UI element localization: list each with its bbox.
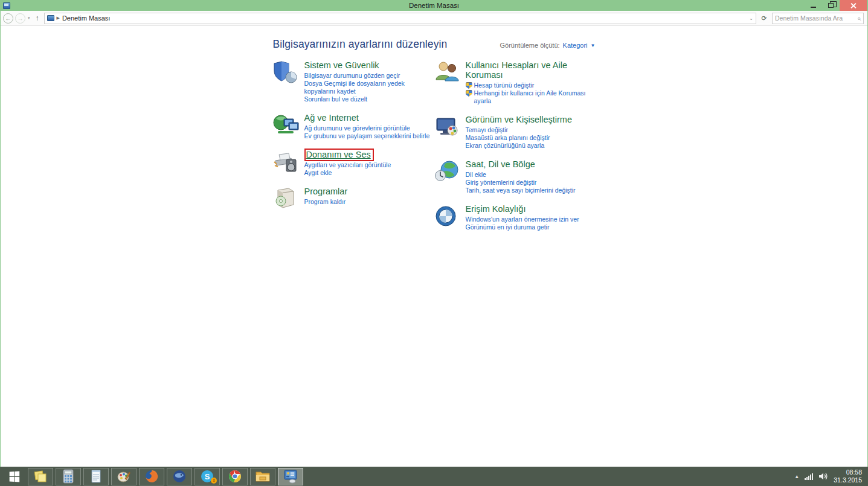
appearance-personalization-icon bbox=[434, 115, 462, 150]
address-dropdown-icon[interactable]: ⌄ bbox=[749, 16, 753, 21]
forward-button[interactable]: → bbox=[15, 13, 25, 24]
window-title: Denetim Masası bbox=[1, 2, 867, 9]
task-add-language[interactable]: Dil ekle bbox=[466, 171, 486, 179]
category-title-ease-of-access[interactable]: Erişim Kolaylığı bbox=[466, 204, 526, 214]
control-panel-icon bbox=[47, 15, 54, 21]
refresh-button[interactable]: ⟳ bbox=[758, 13, 770, 24]
category-title-appearance[interactable]: Görünüm ve Kişiselleştirme bbox=[466, 115, 572, 124]
task-adjust-screen-resolution[interactable]: Ekran çözünürlüğünü ayarla bbox=[466, 142, 545, 150]
restore-icon bbox=[828, 3, 834, 8]
taskbar-calculator[interactable] bbox=[56, 468, 81, 485]
taskbar: S ! ▲ bbox=[0, 467, 868, 486]
category-programs: Programlar Program kaldır bbox=[273, 187, 434, 211]
calculator-icon bbox=[62, 469, 75, 484]
taskbar-paint[interactable] bbox=[111, 468, 137, 485]
close-button[interactable] bbox=[840, 0, 867, 11]
taskbar-firefox[interactable] bbox=[139, 468, 164, 485]
back-button[interactable]: ← bbox=[3, 13, 13, 24]
user-accounts-icon bbox=[434, 60, 462, 105]
task-optimize-visual-display[interactable]: Görünümü en iyi duruma getir bbox=[466, 223, 550, 231]
category-system-security: Sistem ve Güvenlik Bilgisayar durumunu g… bbox=[273, 60, 434, 103]
search-input[interactable] bbox=[775, 14, 857, 22]
taskbar-file-explorer[interactable] bbox=[250, 468, 275, 485]
taskbar-chrome[interactable] bbox=[222, 468, 248, 485]
task-change-date-time-formats[interactable]: Tarih, saat veya sayı biçimlerini değişt… bbox=[466, 187, 576, 194]
sticky-notes-icon bbox=[33, 469, 48, 484]
view-by-value[interactable]: Kategori bbox=[563, 42, 588, 49]
category-appearance-personalization: Görünüm ve Kişiselleştirme Temayı değişt… bbox=[434, 115, 596, 150]
breadcrumb[interactable]: ▶ Denetim Masası ⌄ bbox=[44, 13, 756, 24]
file-explorer-icon bbox=[255, 470, 271, 483]
svg-text:S: S bbox=[205, 472, 210, 481]
clock-language-region-icon bbox=[434, 159, 462, 194]
task-suggest-settings[interactable]: Windows'un ayarları önermesine izin ver bbox=[466, 216, 579, 223]
category-title-system-security[interactable]: Sistem ve Güvenlik bbox=[304, 60, 379, 70]
notepad-icon bbox=[89, 469, 103, 484]
task-change-input-methods[interactable]: Giriş yöntemlerini değiştir bbox=[466, 179, 537, 187]
search-icon[interactable]: ⌕ bbox=[857, 14, 861, 22]
recent-pages-dropdown[interactable]: ▾ bbox=[27, 16, 31, 21]
category-title-programs[interactable]: Programlar bbox=[304, 187, 348, 196]
ease-of-access-icon bbox=[434, 204, 462, 231]
category-title-network-internet[interactable]: Ağ ve Internet bbox=[304, 113, 359, 123]
task-review-computer-status[interactable]: Bilgisayar durumunu gözden geçir bbox=[304, 72, 400, 80]
network-internet-icon bbox=[273, 113, 301, 140]
category-title-clock-language[interactable]: Saat, Dil ve Bölge bbox=[466, 159, 535, 169]
search-box: ⌕ bbox=[772, 13, 864, 24]
category-title-hardware-sound[interactable]: Donanım ve Ses bbox=[304, 150, 374, 159]
uac-shield-icon bbox=[466, 82, 472, 89]
taskbar-thunderbird[interactable] bbox=[167, 468, 192, 485]
task-change-desktop-background[interactable]: Masaüstü arka planını değiştir bbox=[466, 134, 550, 142]
control-panel-home: Bilgisayarınızın ayarlarını düzenleyin G… bbox=[1, 26, 867, 241]
view-by-caret-icon[interactable]: ▼ bbox=[591, 43, 596, 48]
taskbar-skype[interactable]: S ! bbox=[194, 468, 220, 485]
page-title: Bilgisayarınızın ayarlarını düzenleyin bbox=[273, 38, 448, 51]
category-title-user-accounts[interactable]: Kullanıcı Hesapları ve Aile Koruması bbox=[466, 60, 596, 80]
view-by-label: Görüntüleme ölçütü: bbox=[500, 42, 560, 49]
show-hidden-icons-button[interactable]: ▲ bbox=[794, 474, 799, 479]
tray-date: 31.3.2015 bbox=[834, 476, 862, 484]
start-button[interactable] bbox=[0, 467, 28, 486]
task-add-device[interactable]: Aygıt ekle bbox=[304, 169, 332, 177]
skype-notification-badge: ! bbox=[211, 478, 217, 484]
breadcrumb-item-control-panel[interactable]: Denetim Masası bbox=[62, 14, 110, 22]
paint-icon bbox=[117, 469, 131, 484]
windows-logo-icon bbox=[9, 471, 19, 482]
up-button[interactable]: ↑ bbox=[33, 14, 42, 22]
task-uninstall-program[interactable]: Program kaldır bbox=[304, 198, 346, 206]
thunderbird-icon bbox=[172, 469, 187, 484]
taskbar-sticky-notes[interactable] bbox=[28, 468, 53, 485]
hardware-sound-icon bbox=[273, 150, 301, 177]
task-view-network-status[interactable]: Ağ durumunu ve görevlerini görüntüle bbox=[304, 124, 410, 132]
task-change-account-type[interactable]: Hesap türünü değiştir bbox=[466, 82, 535, 89]
task-view-devices-printers[interactable]: Aygıtları ve yazıcıları görüntüle bbox=[304, 161, 391, 169]
category-clock-language-region: Saat, Dil ve Bölge Dil ekle Giriş yöntem… bbox=[434, 159, 596, 194]
task-find-fix-problems[interactable]: Sorunları bul ve düzelt bbox=[304, 95, 367, 103]
task-file-history-backup[interactable]: Dosya Geçmişi ile dosyaların yedek kopya… bbox=[304, 80, 434, 95]
annotation-highlight-box: Donanım ve Ses bbox=[304, 149, 374, 161]
task-family-safety[interactable]: Herhangi bir kullanıcı için Aile Korumas… bbox=[466, 89, 596, 105]
firefox-icon bbox=[144, 469, 159, 484]
control-panel-taskbar-icon bbox=[283, 469, 298, 484]
taskbar-notepad[interactable] bbox=[83, 468, 109, 485]
breadcrumb-separator-icon[interactable]: ▶ bbox=[57, 16, 60, 21]
system-security-icon bbox=[273, 60, 301, 103]
category-hardware-sound: Donanım ve Ses Aygıtları ve yazıcıları g… bbox=[273, 150, 434, 177]
taskbar-control-panel[interactable] bbox=[278, 468, 303, 485]
control-panel-window: Denetim Masası ← → ▾ ↑ ▶ Denetim Masası … bbox=[0, 0, 868, 467]
volume-icon[interactable] bbox=[818, 472, 828, 481]
category-column-right: Kullanıcı Hesapları ve Aile Koruması Hes… bbox=[434, 60, 596, 241]
uac-shield-icon bbox=[466, 90, 472, 97]
category-network-internet: Ağ ve Internet Ağ durumunu ve görevlerin… bbox=[273, 113, 434, 140]
category-ease-of-access: Erişim Kolaylığı Windows'un ayarları öne… bbox=[434, 204, 596, 231]
task-homegroup-sharing[interactable]: Ev grubunu ve paylaşım seçeneklerini bel… bbox=[304, 132, 430, 140]
restore-button[interactable] bbox=[822, 0, 840, 11]
tray-time: 08:58 bbox=[834, 468, 862, 476]
task-change-theme[interactable]: Temayı değiştir bbox=[466, 126, 509, 134]
address-bar: ← → ▾ ↑ ▶ Denetim Masası ⌄ ⟳ ⌕ bbox=[1, 11, 867, 26]
taskbar-clock[interactable]: 08:58 31.3.2015 bbox=[834, 468, 862, 484]
minimize-button[interactable] bbox=[805, 0, 822, 11]
network-icon[interactable] bbox=[805, 473, 813, 480]
chrome-icon bbox=[228, 469, 242, 484]
programs-icon bbox=[273, 187, 301, 211]
